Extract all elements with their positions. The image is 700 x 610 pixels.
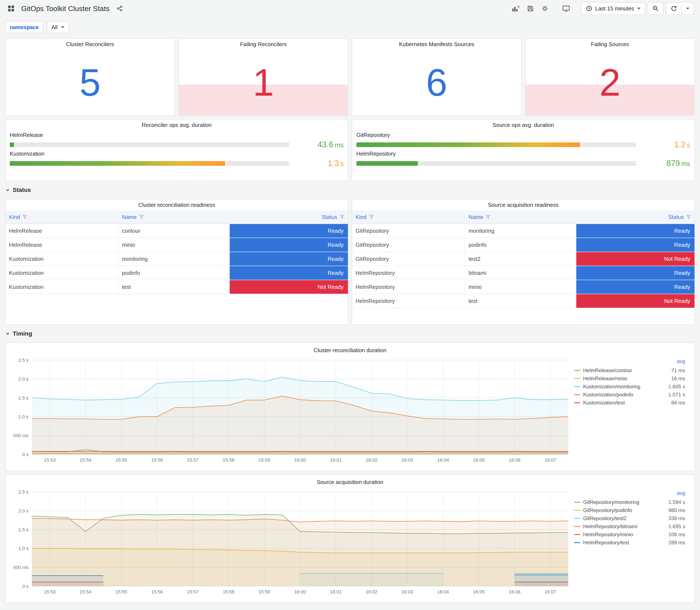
legend-item[interactable]: HelmRepository/minio 108 ms: [574, 530, 685, 539]
gauge-label: Kustomization: [10, 150, 344, 157]
gauge-row: GitRepository 1.2s: [356, 132, 690, 149]
cell-status: Ready: [230, 238, 348, 252]
column-header-name[interactable]: Name: [118, 214, 230, 220]
svg-text:0 s: 0 s: [22, 452, 29, 457]
legend-item[interactable]: HelmRepository/bitnami 1.695 s: [574, 523, 685, 530]
dashboard-grid-icon[interactable]: [5, 2, 17, 14]
panel-title[interactable]: Kubernetes Manifests Sources: [352, 39, 521, 50]
chevron-down-icon: [61, 26, 64, 28]
svg-text:16:05: 16:05: [473, 458, 485, 463]
bar-gauge-value: 1.3s: [296, 159, 344, 168]
column-header-kind[interactable]: Kind: [352, 214, 465, 220]
share-icon[interactable]: [114, 2, 126, 14]
add-panel-icon[interactable]: [510, 2, 522, 14]
refresh-interval-dropdown[interactable]: [682, 2, 694, 15]
series-color-swatch: [574, 510, 580, 511]
save-dashboard-icon[interactable]: [524, 2, 536, 14]
panel-cluster-reconciliation-readiness: Cluster reconciliation readiness Kind Na…: [5, 199, 348, 325]
legend-item[interactable]: GitRepository/test2 338 ms: [574, 514, 685, 523]
series-color-swatch: [574, 518, 580, 519]
panel-kubernetes-manifests-sources: Kubernetes Manifests Sources 6: [352, 38, 522, 116]
zoom-out-button[interactable]: [648, 2, 664, 15]
panel-title[interactable]: Failing Reconcilers: [179, 39, 348, 50]
time-series-plot[interactable]: 0 s500 ms1.0 s1.5 s2.0 s2.5 s15:5315:541…: [9, 356, 574, 465]
series-color-swatch: [574, 402, 580, 403]
svg-text:0 s: 0 s: [22, 584, 29, 589]
panel-title[interactable]: Reconciler ops avg. duration: [10, 119, 344, 130]
svg-text:15:54: 15:54: [80, 589, 92, 594]
svg-text:16:06: 16:06: [509, 589, 520, 594]
series-name: Kustomization/monitoring: [583, 384, 640, 390]
filter-icon[interactable]: [486, 215, 490, 219]
zoom-out-icon: [652, 5, 659, 12]
cell-kind: GitRepository: [352, 252, 465, 266]
panel-title[interactable]: Source acquisition readiness: [352, 199, 695, 210]
svg-text:1.0 s: 1.0 s: [18, 414, 29, 419]
time-range-picker[interactable]: Last 15 minutes: [582, 2, 645, 15]
table-row: HelmRepository minio Ready: [352, 280, 695, 294]
filter-icon[interactable]: [22, 215, 27, 219]
svg-text:16:01: 16:01: [330, 458, 342, 463]
table-row: GitRepository test2 Not Ready: [352, 252, 695, 266]
bar-gauge-fill: [356, 161, 418, 166]
column-header-status[interactable]: Status: [230, 214, 348, 220]
series-color-swatch: [574, 378, 580, 379]
filter-icon[interactable]: [139, 215, 144, 219]
table-row: Kustomization test Not Ready: [5, 280, 348, 294]
svg-text:15:56: 15:56: [151, 458, 163, 463]
panel-title[interactable]: Failing Sources: [525, 39, 695, 50]
legend-item[interactable]: GitRepository/podinfo 980 ms: [574, 506, 685, 514]
bar-gauge-track: [356, 142, 636, 147]
chart-legend: avg HelmRelease/contour 71 ms HelmReleas…: [574, 356, 687, 407]
gauge-label: HelmRepository: [356, 150, 690, 157]
variable-namespace-select[interactable]: All: [47, 21, 69, 33]
panel-title[interactable]: Cluster reconciliation readiness: [5, 199, 348, 210]
filter-icon[interactable]: [340, 215, 344, 219]
series-name: HelmRelease/contour: [583, 368, 632, 373]
series-avg-value: 84 ms: [671, 400, 685, 406]
bar-gauge-track: [10, 161, 289, 166]
series-color-swatch: [574, 394, 580, 395]
gauge-row: HelmRepository 879ms: [356, 150, 690, 168]
tv-view-icon[interactable]: [560, 2, 572, 14]
column-header-name[interactable]: Name: [465, 214, 576, 220]
cell-status: Ready: [576, 280, 695, 294]
series-avg-value: 16 ms: [671, 375, 685, 382]
series-name: GitRepository/podinfo: [583, 507, 632, 513]
legend-item[interactable]: Kustomization/test 84 ms: [574, 399, 685, 407]
cell-status: Ready: [576, 266, 695, 280]
table-header: Kind Name Status: [5, 210, 348, 224]
filter-icon[interactable]: [686, 215, 691, 219]
series-name: HelmRelease/minio: [583, 375, 627, 382]
refresh-button[interactable]: [666, 2, 682, 15]
filter-icon[interactable]: [369, 215, 374, 219]
legend-item[interactable]: HelmRelease/contour 71 ms: [574, 366, 685, 374]
cell-status: Not Ready: [230, 280, 348, 294]
panel-title[interactable]: Source ops avg. duration: [356, 119, 690, 130]
legend-item[interactable]: Kustomization/podinfo 1.071 s: [574, 391, 685, 399]
series-color-swatch: [574, 502, 580, 503]
settings-gear-icon[interactable]: [539, 2, 551, 14]
column-header-kind[interactable]: Kind: [5, 214, 118, 220]
svg-text:1.5 s: 1.5 s: [18, 395, 29, 401]
svg-text:500 ms: 500 ms: [13, 565, 29, 570]
legend-item[interactable]: GitRepository/monitoring 1.594 s: [574, 498, 685, 506]
legend-item[interactable]: Kustomization/monitoring 1.605 s: [574, 383, 685, 391]
legend-item[interactable]: HelmRepository/test 289 ms: [574, 539, 685, 547]
time-range-label: Last 15 minutes: [595, 5, 634, 12]
section-header-status[interactable]: Status: [5, 184, 695, 195]
legend-item[interactable]: HelmRelease/minio 16 ms: [574, 374, 685, 383]
svg-text:2.0 s: 2.0 s: [18, 508, 29, 514]
column-header-status[interactable]: Status: [576, 214, 695, 220]
time-series-plot[interactable]: 0 s500 ms1.0 s1.5 s2.0 s2.5 s15:5315:541…: [9, 487, 574, 597]
panel-title[interactable]: Source acquisition duration: [9, 477, 691, 487]
section-header-timing[interactable]: Timing: [5, 328, 695, 339]
stat-value: 2: [525, 50, 695, 115]
panel-title[interactable]: Cluster reconciliation duration: [9, 345, 691, 356]
series-avg-value: 1.695 s: [668, 524, 685, 529]
panel-title[interactable]: Cluster Reconcilers: [5, 39, 175, 50]
section-title: Timing: [13, 330, 32, 337]
chart-legend: avg GitRepository/monitoring 1.594 s Git…: [574, 487, 687, 547]
cell-name: monitoring: [465, 224, 576, 238]
cell-status: Ready: [230, 266, 348, 280]
